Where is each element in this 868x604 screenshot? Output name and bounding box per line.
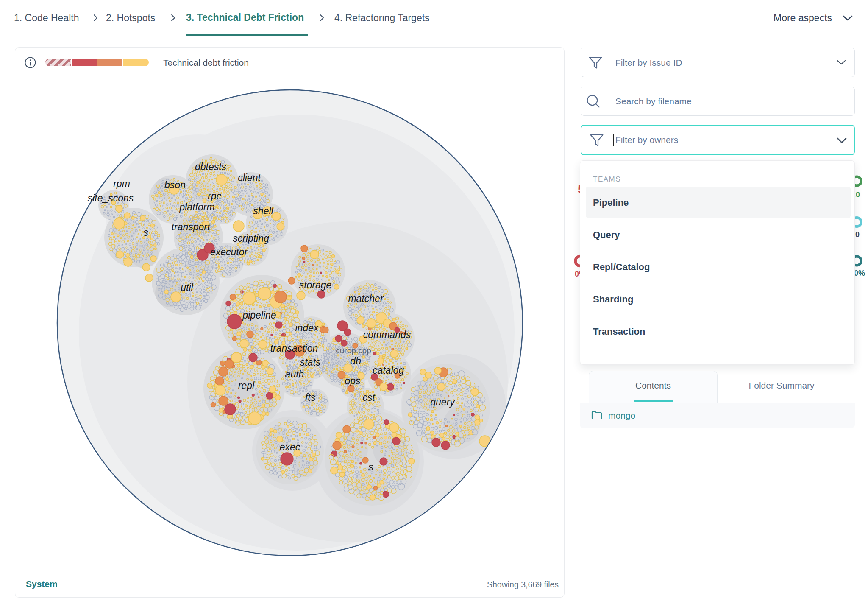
svg-text:site_scons: site_scons	[88, 193, 134, 204]
svg-text:cst: cst	[362, 392, 376, 403]
svg-text:matcher: matcher	[348, 293, 384, 304]
svg-text:repl: repl	[238, 380, 255, 391]
svg-text:db: db	[350, 355, 361, 366]
svg-text:fts: fts	[305, 392, 316, 403]
svg-text:transaction: transaction	[270, 343, 318, 354]
svg-text:curop.cpp: curop.cpp	[336, 346, 371, 355]
svg-text:rpc: rpc	[208, 190, 221, 201]
svg-text:s: s	[143, 227, 148, 238]
svg-text:shell: shell	[253, 205, 273, 216]
svg-text:query: query	[430, 397, 455, 408]
svg-text:util: util	[181, 282, 193, 293]
svg-text:executor: executor	[210, 246, 248, 257]
svg-text:exec: exec	[280, 442, 300, 453]
svg-text:storage: storage	[299, 280, 332, 291]
svg-text:stats: stats	[300, 357, 321, 368]
svg-text:client: client	[238, 172, 261, 183]
svg-text:catalog: catalog	[373, 365, 404, 376]
svg-text:s: s	[368, 461, 373, 473]
svg-text:bson: bson	[164, 179, 186, 190]
svg-text:commands: commands	[363, 329, 411, 340]
svg-text:index: index	[295, 322, 319, 333]
svg-text:auth: auth	[285, 369, 304, 380]
svg-text:dbtests: dbtests	[195, 161, 227, 172]
svg-text:rpm: rpm	[113, 178, 130, 189]
svg-text:transport: transport	[172, 221, 211, 232]
svg-text:ops: ops	[345, 375, 361, 386]
svg-text:platform: platform	[179, 201, 214, 213]
svg-text:pipeline: pipeline	[242, 310, 276, 321]
svg-text:scripting: scripting	[233, 233, 269, 244]
